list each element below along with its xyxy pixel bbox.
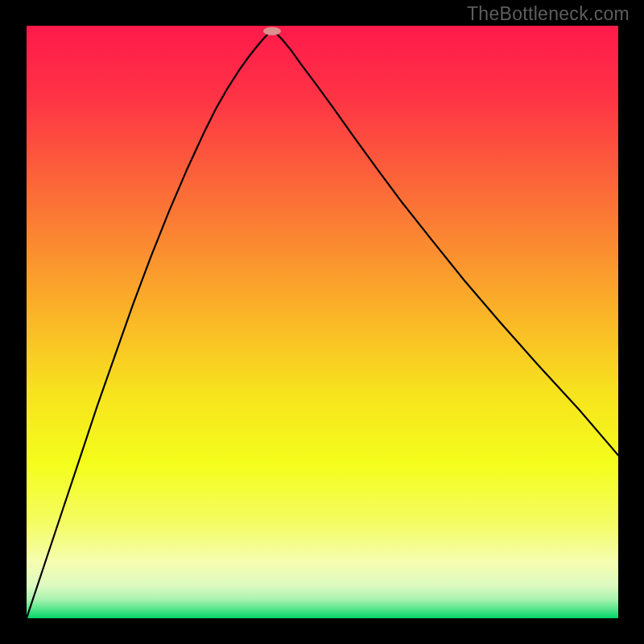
bottleneck-chart: [0, 0, 644, 644]
gradient-background: [27, 26, 618, 618]
chart-frame: TheBottleneck.com: [0, 0, 644, 644]
optimal-point-marker: [263, 27, 281, 35]
watermark-text: TheBottleneck.com: [467, 3, 630, 25]
